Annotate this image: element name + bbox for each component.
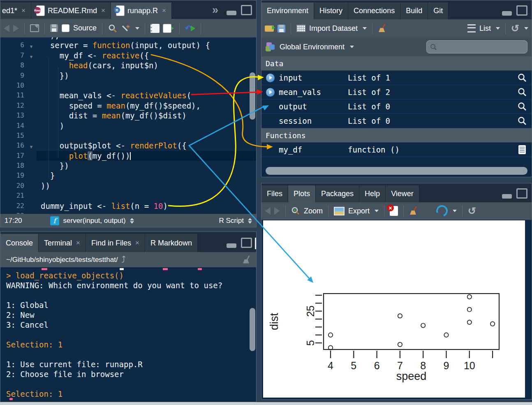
function-scope-label[interactable]: server(input, output) <box>63 217 126 225</box>
close-icon[interactable]: × <box>21 7 25 15</box>
save-icon[interactable] <box>50 24 58 32</box>
chevron-down-icon[interactable] <box>375 210 379 212</box>
scope-selector-icon[interactable] <box>130 218 134 224</box>
clear-objects-broom-icon[interactable] <box>378 24 386 33</box>
remove-plot-icon[interactable] <box>390 206 398 216</box>
console-pane: Console Terminal × Find in Files × R Mar… <box>0 231 257 402</box>
fold-arrow-icon[interactable]: ▼ <box>26 40 37 50</box>
tab-console[interactable]: Console <box>0 234 39 252</box>
tab-unsaved-doc[interactable]: ed1* × <box>0 2 31 19</box>
environment-hscrollbar[interactable] <box>266 167 527 175</box>
data-point <box>328 333 333 337</box>
env-row-output[interactable]: outputList of 0 <box>261 100 532 114</box>
close-icon[interactable]: × <box>101 7 105 15</box>
load-workspace-icon[interactable] <box>265 25 274 32</box>
data-point <box>421 323 425 327</box>
tab-readme-rmd[interactable]: Rmd README.Rmd × <box>31 2 111 19</box>
refresh-plot-icon[interactable]: ↻ <box>468 206 476 216</box>
env-row-session[interactable]: sessionList of 0 <box>261 114 532 128</box>
chevron-down-icon[interactable] <box>496 27 500 30</box>
tab-packages[interactable]: Packages <box>316 185 359 202</box>
environment-search-box[interactable] <box>426 40 527 53</box>
tab-connections[interactable]: Connections <box>348 2 400 19</box>
import-dataset-label[interactable]: Import Dataset <box>309 24 358 33</box>
clear-console-broom-icon[interactable] <box>242 255 250 264</box>
inspect-magnifier-icon[interactable] <box>513 102 532 111</box>
tab-plots[interactable]: Plots <box>288 185 316 202</box>
minimize-icon[interactable] <box>502 11 512 16</box>
clear-all-plots-broom-icon[interactable] <box>409 206 417 215</box>
zoom-plot-icon[interactable] <box>291 206 300 215</box>
code-tools-wand-icon[interactable]: ✳ <box>121 24 130 33</box>
environment-search-input[interactable] <box>439 43 515 51</box>
maximize-icon[interactable] <box>516 5 527 16</box>
console-output[interactable]: > load_reactive_objects()WARNING: Which … <box>0 267 256 402</box>
tab-r-markdown[interactable]: R Markdown <box>145 234 198 252</box>
save-workspace-icon[interactable] <box>278 25 285 32</box>
close-icon[interactable]: × <box>135 239 139 247</box>
list-view-label[interactable]: List <box>479 24 491 33</box>
doc-type-label[interactable]: R Script <box>219 217 244 225</box>
expand-icon[interactable] <box>261 74 279 82</box>
inspect-magnifier-icon[interactable] <box>513 73 532 82</box>
refresh-icon[interactable]: ↻ <box>511 23 519 33</box>
expand-circle-icon[interactable] <box>266 88 275 97</box>
source-on-save-checkbox[interactable] <box>62 24 69 32</box>
maximize-icon[interactable] <box>241 238 252 248</box>
tab-history[interactable]: History <box>314 2 348 19</box>
editor-scrollbar-thumb[interactable] <box>250 72 255 120</box>
back-icon[interactable] <box>4 25 9 32</box>
play-triangle <box>269 76 272 80</box>
minimize-icon[interactable] <box>227 243 236 248</box>
doc-type-selector-icon[interactable] <box>248 218 252 224</box>
fold-gutter <box>26 131 37 141</box>
previous-plot-icon[interactable] <box>265 207 271 215</box>
open-in-new-window-icon[interactable] <box>30 24 39 32</box>
tab-environment[interactable]: Environment <box>261 2 314 19</box>
chevron-down-icon[interactable] <box>135 27 139 30</box>
tab-find-in-files[interactable]: Find in Files × <box>86 234 145 252</box>
expand-icon[interactable] <box>261 88 279 97</box>
run-icon[interactable] <box>163 24 174 32</box>
console-scrollbar-thumb[interactable] <box>250 308 255 351</box>
more-tabs-icon[interactable]: » <box>212 5 217 16</box>
find-replace-icon[interactable] <box>108 23 118 33</box>
maximize-icon[interactable] <box>241 5 252 15</box>
maximize-icon[interactable] <box>516 188 527 199</box>
export-label[interactable]: Export <box>348 207 370 215</box>
expand-circle-icon[interactable] <box>266 74 275 82</box>
chevron-down-icon[interactable] <box>453 210 457 212</box>
chevron-down-icon[interactable] <box>350 46 354 48</box>
compile-notebook-icon[interactable] <box>150 24 160 33</box>
inspect-magnifier-icon[interactable] <box>513 88 532 97</box>
rerun-icon[interactable]: ↶ <box>185 23 195 33</box>
tab-viewer[interactable]: Viewer <box>386 185 419 202</box>
env-row-input[interactable]: inputList of 1 <box>261 71 532 85</box>
minimize-icon[interactable] <box>227 11 236 15</box>
minimize-icon[interactable] <box>502 194 512 199</box>
env-row-my_df[interactable]: my_dffunction () <box>261 143 532 157</box>
tab-build[interactable]: Build <box>400 2 428 19</box>
tab-terminal[interactable]: Terminal × <box>39 234 86 252</box>
tab-runapp-r[interactable]: R runapp.R × <box>111 2 172 19</box>
next-plot-icon[interactable] <box>274 207 280 215</box>
zoom-label[interactable]: Zoom <box>304 207 323 215</box>
close-icon[interactable]: × <box>162 7 166 15</box>
chevron-down-icon[interactable] <box>363 27 367 30</box>
tab-files[interactable]: Files <box>261 185 288 202</box>
env-row-mean_vals[interactable]: mean_valsList of 2 <box>261 85 532 100</box>
inspect-magnifier-icon[interactable] <box>513 116 532 125</box>
code-editor[interactable]: ),6▼ server = function(input, output) {7… <box>0 37 256 214</box>
forward-icon[interactable] <box>13 25 19 32</box>
clipped-text-fragment <box>163 268 168 270</box>
chevron-down-icon[interactable] <box>524 27 528 30</box>
tab-help[interactable]: Help <box>359 185 386 202</box>
environment-selector-label[interactable]: Global Environment <box>280 43 345 51</box>
view-function-icon[interactable] <box>513 145 532 154</box>
close-icon[interactable]: × <box>76 239 80 247</box>
publish-icon[interactable] <box>434 203 449 218</box>
fold-arrow-icon[interactable]: ▼ <box>26 141 37 150</box>
tab-git[interactable]: Git <box>428 2 449 19</box>
goto-directory-icon[interactable]: ⤴ <box>121 255 126 264</box>
fold-arrow-icon[interactable]: ▼ <box>26 51 37 60</box>
